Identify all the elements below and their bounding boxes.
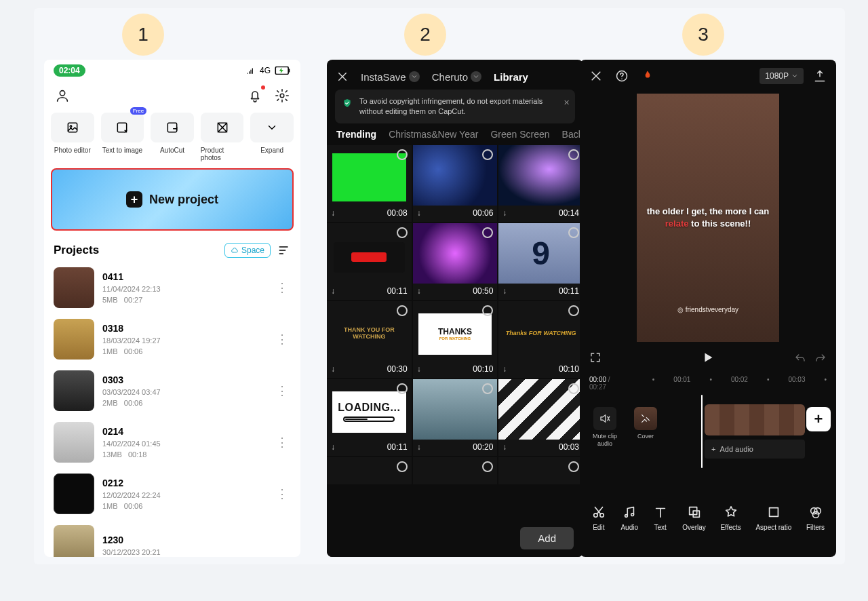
clip-item[interactable] [413,457,498,484]
tool-aspect[interactable]: Aspect ratio [755,505,791,531]
clip-item[interactable]: 9↓00:11 [498,223,583,300]
more-icon[interactable]: ⋮ [273,486,291,501]
clip-item[interactable] [498,457,583,484]
clip-item[interactable]: ↓00:14 [498,145,583,222]
tools-row: Photo editor Free Text to image AutoCut … [44,110,300,161]
project-item[interactable]: 030303/03/2024 03:472MB 00:06⋮ [44,365,300,416]
step-badge-2: 2 [404,14,446,56]
projects-title: Projects [54,244,99,257]
svg-rect-16 [769,508,778,517]
new-project-button[interactable]: + New project [51,168,294,231]
clip-item[interactable]: ↓00:20 [413,379,498,456]
source-library[interactable]: Library [494,71,528,83]
svg-point-19 [812,511,818,518]
clip-item[interactable]: LOADING...↓00:11 [327,379,412,456]
autocut-icon [165,121,179,134]
clip-item[interactable]: ↓00:11 [327,223,412,300]
cat-xmas[interactable]: Christmas&New Year [389,129,478,140]
mute-clip-button[interactable]: Mute clip audio [589,407,620,448]
time-ruler: 00:00 / 00:27 •00:01•00:02•00:03• [580,372,836,391]
svg-point-2 [60,91,64,96]
new-project-label: New project [149,193,218,207]
flame-icon[interactable] [641,69,654,83]
category-tabs[interactable]: Trending Christmas&New Year Green Screen… [327,129,583,145]
battery-icon [275,66,291,75]
tool-edit[interactable]: Edit [591,505,606,531]
cloud-icon [231,246,239,254]
tool-text-image[interactable]: Free Text to image [101,113,144,161]
close-icon[interactable] [589,69,603,83]
settings-icon[interactable] [273,87,291,104]
project-item[interactable]: 031818/03/2024 19:271MB 00:06⋮ [44,313,300,365]
more-icon[interactable]: ⋮ [273,332,291,347]
play-button[interactable] [701,350,715,368]
profile-icon[interactable] [54,87,71,104]
help-icon[interactable] [615,69,629,83]
video-preview[interactable]: the older I get, the more I can relate t… [637,94,779,342]
svg-point-12 [625,515,628,518]
clip-item[interactable]: THANK YOU FOR WATCHING↓00:30 [327,301,412,378]
clip-item[interactable]: ↓00:08 [327,145,412,222]
clip-item[interactable]: ↓00:06 [413,145,498,222]
tool-autocut[interactable]: AutoCut [151,113,194,161]
close-icon[interactable] [336,71,349,83]
clip-item[interactable]: ↓00:50 [413,223,498,300]
project-item[interactable]: 021414/02/2024 01:4513MB 00:18⋮ [44,416,300,468]
dismiss-icon[interactable]: ✕ [564,98,570,108]
add-audio-button[interactable]: + Add audio [705,440,805,459]
source-cheruto[interactable]: Cheruto [432,71,481,83]
text-image-icon [115,121,129,134]
shield-icon [342,98,353,109]
cover-button[interactable]: Cover [634,407,657,448]
bell-icon[interactable] [246,87,264,104]
app-bar [44,75,300,110]
copyright-warning: To avoid copyright infringement, do not … [335,90,575,123]
preview-tag: ◎ friendstveveryday [677,306,738,313]
playhead[interactable] [701,395,703,468]
tool-overlay[interactable]: Overlay [682,505,705,531]
svg-rect-7 [167,123,176,132]
add-clip-button[interactable]: + [806,407,831,431]
more-icon[interactable]: ⋮ [273,435,291,450]
phone-2: InstaSave Cheruto Library To avoid copyr… [327,60,583,557]
tool-product[interactable]: Product photos [201,113,244,161]
clip-item[interactable]: Thanks FOR WATCHING↓00:10 [498,301,583,378]
plus-icon: + [126,191,142,208]
svg-rect-4 [68,123,77,132]
resolution-button[interactable]: 1080P [760,68,804,84]
tool-text[interactable]: Text [653,505,668,531]
timeline[interactable]: Mute clip audio Cover + + Add audio [580,395,836,468]
tool-expand[interactable]: Expand [250,113,294,161]
tool-filters[interactable]: Filters [806,505,825,531]
clip-item[interactable]: THANKSFOR WATCHING↓00:10 [413,301,498,378]
transport-bar [580,346,836,372]
project-item[interactable]: 123030/12/2023 20:21 [44,520,300,557]
more-icon[interactable]: ⋮ [273,280,291,295]
project-list[interactable]: 041111/04/2024 22:135MB 00:27⋮ 031818/03… [44,262,300,557]
cat-trending[interactable]: Trending [336,129,376,140]
sort-icon[interactable] [277,244,291,257]
project-item[interactable]: 041111/04/2024 22:135MB 00:27⋮ [44,262,300,313]
svg-rect-15 [693,511,699,517]
fullscreen-icon[interactable] [589,351,601,366]
redo-icon[interactable] [814,353,827,365]
video-track[interactable] [705,404,805,435]
svg-point-5 [70,125,72,128]
space-button[interactable]: Space [224,243,271,258]
signal-icon [246,66,256,75]
undo-icon[interactable] [794,353,806,365]
clip-item[interactable]: ↓00:03 [498,379,583,456]
source-instasave[interactable]: InstaSave [361,71,420,83]
clip-grid[interactable]: ↓00:08 ↓00:06 ↓00:14 ↓00:11 ↓00:50 9↓00:… [327,145,583,484]
add-bar: Add [327,519,583,557]
project-item[interactable]: 021212/02/2024 22:241MB 00:06⋮ [44,468,300,520]
export-icon[interactable] [813,69,827,83]
add-button[interactable]: Add [520,527,574,549]
clip-item[interactable] [327,457,412,484]
status-right: 4G [246,66,291,75]
cat-green[interactable]: Green Screen [490,129,549,140]
more-icon[interactable]: ⋮ [273,383,291,398]
tool-effects[interactable]: Effects [720,505,741,531]
tool-audio[interactable]: Audio [620,505,638,531]
tool-photo-editor[interactable]: Photo editor [51,113,94,161]
